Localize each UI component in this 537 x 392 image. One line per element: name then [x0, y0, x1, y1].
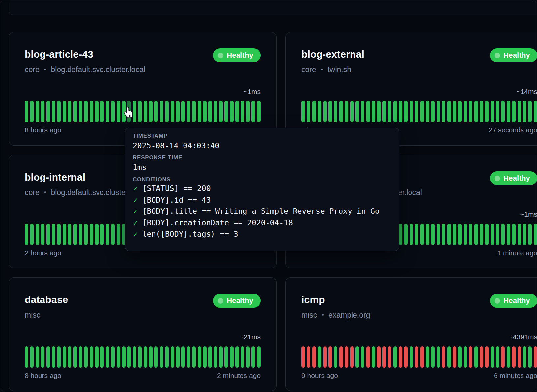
uptime-bar[interactable]	[84, 346, 88, 368]
uptime-bar[interactable]	[198, 346, 201, 368]
uptime-bars[interactable]	[301, 101, 537, 122]
uptime-bar[interactable]	[36, 346, 39, 368]
uptime-bar[interactable]	[30, 224, 34, 245]
uptime-bar[interactable]	[181, 101, 185, 122]
uptime-bar[interactable]	[160, 346, 163, 368]
uptime-bar[interactable]	[453, 224, 456, 245]
uptime-bar[interactable]	[68, 346, 71, 368]
uptime-bar[interactable]	[68, 101, 71, 122]
uptime-bar[interactable]	[518, 346, 521, 368]
uptime-bar[interactable]	[235, 101, 239, 122]
uptime-bar[interactable]	[334, 346, 337, 368]
uptime-bar[interactable]	[323, 101, 327, 122]
uptime-bar[interactable]	[355, 101, 359, 122]
uptime-bar[interactable]	[106, 346, 109, 368]
uptime-bar[interactable]	[246, 101, 250, 122]
uptime-bar[interactable]	[122, 346, 126, 368]
uptime-bar[interactable]	[52, 346, 55, 368]
uptime-bar[interactable]	[528, 101, 532, 122]
uptime-bar[interactable]	[52, 101, 55, 122]
uptime-bar[interactable]	[474, 101, 478, 122]
uptime-bar[interactable]	[474, 224, 478, 245]
uptime-bar[interactable]	[111, 346, 115, 368]
uptime-bar[interactable]	[117, 101, 120, 122]
uptime-bar[interactable]	[350, 101, 354, 122]
uptime-bar[interactable]	[437, 224, 440, 245]
uptime-bar[interactable]	[512, 346, 516, 368]
uptime-bar[interactable]	[176, 101, 180, 122]
uptime-bar[interactable]	[208, 101, 212, 122]
uptime-bar[interactable]	[41, 224, 44, 245]
uptime-bar[interactable]	[350, 346, 354, 368]
uptime-bar[interactable]	[404, 101, 408, 122]
uptime-bar[interactable]	[534, 346, 537, 368]
uptime-bar[interactable]	[73, 224, 77, 245]
uptime-bar[interactable]	[393, 101, 397, 122]
uptime-bar[interactable]	[339, 101, 343, 122]
uptime-bar[interactable]	[496, 346, 499, 368]
uptime-bar[interactable]	[160, 101, 163, 122]
uptime-bar[interactable]	[127, 346, 131, 368]
uptime-bar[interactable]	[149, 101, 153, 122]
uptime-bar[interactable]	[512, 224, 516, 245]
uptime-bar[interactable]	[420, 101, 424, 122]
uptime-bar[interactable]	[339, 346, 343, 368]
uptime-bar[interactable]	[52, 224, 55, 245]
uptime-bar[interactable]	[36, 101, 39, 122]
uptime-bar[interactable]	[480, 346, 483, 368]
uptime-bar[interactable]	[469, 101, 472, 122]
uptime-bar[interactable]	[246, 346, 250, 368]
uptime-bar[interactable]	[84, 101, 88, 122]
uptime-bar[interactable]	[485, 346, 489, 368]
uptime-bar[interactable]	[458, 101, 462, 122]
uptime-bar[interactable]	[187, 346, 190, 368]
uptime-bar[interactable]	[345, 346, 348, 368]
uptime-bar[interactable]	[36, 224, 39, 245]
uptime-bar[interactable]	[25, 101, 28, 122]
uptime-bar[interactable]	[453, 346, 456, 368]
uptime-bar[interactable]	[30, 346, 34, 368]
uptime-bar[interactable]	[410, 224, 413, 245]
uptime-bar[interactable]	[230, 346, 234, 368]
uptime-bars[interactable]	[25, 346, 261, 368]
uptime-bar[interactable]	[46, 224, 50, 245]
uptime-bar[interactable]	[154, 346, 158, 368]
uptime-bar[interactable]	[68, 224, 71, 245]
uptime-bar[interactable]	[187, 101, 190, 122]
uptime-bar[interactable]	[458, 346, 462, 368]
uptime-bar[interactable]	[410, 101, 413, 122]
uptime-bar[interactable]	[312, 346, 316, 368]
uptime-bar[interactable]	[144, 101, 147, 122]
uptime-bar[interactable]	[528, 346, 532, 368]
uptime-bar[interactable]	[95, 346, 99, 368]
uptime-bar[interactable]	[334, 101, 337, 122]
uptime-bar[interactable]	[426, 346, 429, 368]
uptime-bar[interactable]	[534, 224, 537, 245]
uptime-bar[interactable]	[176, 346, 180, 368]
uptime-bar[interactable]	[181, 346, 185, 368]
uptime-bar[interactable]	[415, 346, 418, 368]
uptime-bar[interactable]	[90, 101, 93, 122]
uptime-bar[interactable]	[307, 346, 310, 368]
uptime-bar[interactable]	[388, 346, 391, 368]
uptime-bar[interactable]	[415, 224, 418, 245]
uptime-bar[interactable]	[318, 346, 321, 368]
uptime-bar[interactable]	[480, 101, 483, 122]
uptime-bar[interactable]	[437, 101, 440, 122]
uptime-bar[interactable]	[224, 101, 228, 122]
uptime-bar[interactable]	[257, 346, 261, 368]
uptime-bar[interactable]	[95, 224, 99, 245]
uptime-bar[interactable]	[241, 346, 244, 368]
uptime-bar[interactable]	[420, 346, 424, 368]
uptime-bar[interactable]	[41, 101, 44, 122]
uptime-bar[interactable]	[388, 101, 391, 122]
uptime-bar[interactable]	[437, 346, 440, 368]
uptime-bar[interactable]	[491, 101, 494, 122]
uptime-bar[interactable]	[491, 346, 494, 368]
uptime-bar[interactable]	[241, 101, 244, 122]
uptime-bar[interactable]	[57, 346, 61, 368]
uptime-bar[interactable]	[377, 101, 381, 122]
uptime-bar[interactable]	[154, 101, 158, 122]
uptime-bar[interactable]	[203, 346, 207, 368]
uptime-bar[interactable]	[528, 224, 532, 245]
